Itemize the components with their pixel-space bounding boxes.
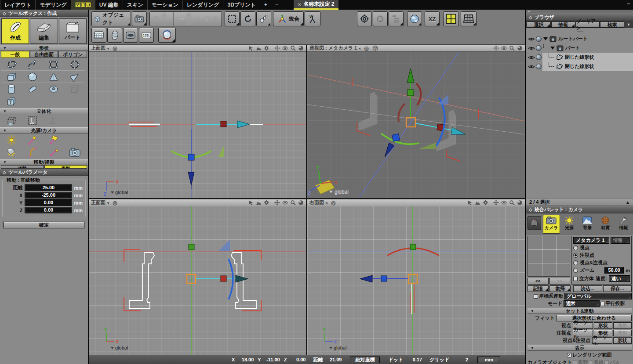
palette-list-toggle-button[interactable] xyxy=(528,216,541,230)
lookat-link-button[interactable]: 連動 xyxy=(613,330,632,336)
tool-spot-light[interactable] xyxy=(22,134,43,146)
mode-create-button[interactable]: 作成 xyxy=(1,18,29,44)
radio-icon[interactable] xyxy=(573,245,578,250)
orbit-icon[interactable] xyxy=(501,200,507,205)
pan-icon[interactable] xyxy=(493,45,499,51)
render-preview-icon[interactable] xyxy=(475,200,480,205)
radio-icon[interactable] xyxy=(573,268,578,273)
shading-icon[interactable] xyxy=(298,45,304,51)
menu-item-3dprint[interactable]: 3Dプリント xyxy=(223,0,260,10)
select-tool-icon[interactable] xyxy=(467,200,473,205)
visibility-eye-icon[interactable] xyxy=(528,55,535,60)
y-field[interactable]: 0.00 xyxy=(25,199,72,206)
tool-open-line[interactable] xyxy=(22,58,43,71)
panel-collapse-icon[interactable]: ◇ xyxy=(529,15,532,20)
render-flag-icon[interactable] xyxy=(535,45,542,51)
workspace-add-button[interactable]: + xyxy=(260,0,271,10)
confirm-button[interactable]: 確定 xyxy=(4,222,84,228)
shading-icon[interactable] xyxy=(517,45,523,51)
section-solid[interactable]: ▼ 立体化 xyxy=(0,108,88,114)
panel-collapse-strip[interactable]: » xyxy=(526,10,633,14)
collapse-triangle-icon[interactable]: ▼ xyxy=(531,309,534,313)
tab-general[interactable]: 一般 xyxy=(1,51,29,58)
pan-icon[interactable] xyxy=(493,200,499,205)
coord-link-checkbox[interactable] xyxy=(534,294,538,299)
four-view-button[interactable] xyxy=(443,11,459,26)
lasso-select-button[interactable] xyxy=(256,11,271,26)
parallel-checkbox[interactable] xyxy=(600,302,605,306)
browser-tab-info[interactable]: 情報 xyxy=(551,22,575,28)
render-preview-icon[interactable] xyxy=(256,200,262,205)
restore-button[interactable]: 復帰 xyxy=(549,285,571,292)
top-view-header[interactable]: 上面図 ◎ xyxy=(89,45,306,52)
shading-icon[interactable] xyxy=(517,200,523,205)
radio-icon[interactable] xyxy=(573,260,578,265)
zoom-tool-icon[interactable] xyxy=(290,45,296,51)
tree-empty-area[interactable] xyxy=(526,71,633,198)
secondary-target-button[interactable] xyxy=(373,11,388,26)
edge-mode-button[interactable]: 稜線 xyxy=(175,12,199,26)
collapse-triangle-icon[interactable]: ▼ xyxy=(531,346,534,350)
radio-lookat[interactable]: 注視点 xyxy=(573,252,630,259)
center-target-button[interactable] xyxy=(357,11,372,26)
next-camera-button[interactable]: >> xyxy=(549,278,571,285)
zoom-tool-icon[interactable] xyxy=(509,200,515,205)
front-view-header[interactable]: 正面図 ◎ xyxy=(89,199,306,206)
tool-uniform-box-disabled[interactable] xyxy=(64,83,85,95)
workspace-remove-button[interactable]: − xyxy=(271,0,282,10)
world-coords-button[interactable] xyxy=(407,11,422,26)
tree-expand-icon[interactable] xyxy=(550,47,555,50)
viewport-target-icon[interactable]: ◎ xyxy=(113,200,117,206)
render-flag-icon[interactable] xyxy=(535,54,542,60)
radio-zoom[interactable]: ズーム 50.00 m xyxy=(573,267,630,274)
path-checkbox[interactable] xyxy=(604,360,609,364)
menu-item-quadview[interactable]: 四面図 xyxy=(71,0,95,10)
radio-icon-selected[interactable] xyxy=(573,253,578,258)
plane-xz-button[interactable]: XZ xyxy=(425,11,440,26)
mode-edit-button[interactable]: 編集 xyxy=(30,18,58,44)
menu-item-rendering[interactable]: レンダリング xyxy=(183,0,224,10)
coord-system-dropdown[interactable]: グローバル xyxy=(564,293,632,299)
tool-rectangle[interactable] xyxy=(43,58,64,71)
section-shape[interactable]: ▼ 形状 xyxy=(0,45,88,51)
tool-box[interactable] xyxy=(1,71,22,83)
vertex-mode-button[interactable]: 頂点 xyxy=(150,12,174,26)
both-cursor-button[interactable]: カーソル xyxy=(592,337,612,344)
perspective-view-canvas[interactable]: Y X Z global xyxy=(307,52,525,198)
tool-tilted-cone[interactable] xyxy=(64,71,85,83)
distance-field[interactable]: 25.00 xyxy=(25,184,72,191)
panel-collapse-icon[interactable]: ◇ xyxy=(3,11,6,16)
orbit-icon[interactable] xyxy=(501,45,507,51)
tab-copy[interactable]: 複製 xyxy=(44,165,87,169)
list-options-button[interactable] xyxy=(389,11,404,26)
palette-tab-camera[interactable]: カメラ xyxy=(543,215,560,234)
scroll-up-icon[interactable]: ▲ xyxy=(626,200,630,205)
tool-point-light[interactable] xyxy=(1,134,22,146)
mode-dropdown[interactable]: 通常 xyxy=(564,300,600,307)
app-menu-icon[interactable]: ≡ xyxy=(627,0,630,10)
tool-circle[interactable] xyxy=(64,58,85,71)
section-set-link[interactable]: ▼ セット&連動 xyxy=(528,308,632,314)
menu-item-skin[interactable]: スキン xyxy=(123,0,148,10)
render-preview-button[interactable] xyxy=(158,28,176,43)
tree-row-part[interactable]: パート xyxy=(526,43,633,53)
viewport-target-icon[interactable]: ◎ xyxy=(113,45,117,51)
x-field[interactable]: -25.00 xyxy=(25,192,72,198)
section-light-camera[interactable]: ▼ 光源/カメラ xyxy=(0,127,88,133)
menu-item-layout[interactable]: レイアウト xyxy=(0,0,36,10)
tool-text[interactable]: T xyxy=(1,95,22,108)
select-tool-icon[interactable] xyxy=(248,45,254,51)
fov-checkbox[interactable] xyxy=(573,360,577,364)
front-view-title-dropdown[interactable]: 正面図 xyxy=(91,199,109,206)
browser-tab-search[interactable]: 検索 xyxy=(600,22,624,28)
tool-ambient-light[interactable] xyxy=(1,146,22,159)
menu-item-modeling[interactable]: モデリング xyxy=(36,0,71,10)
manipulator-mode-button[interactable]: 統合 xyxy=(273,11,304,26)
tool-capsule[interactable] xyxy=(22,83,43,95)
zoom-tool-icon[interactable] xyxy=(290,200,296,205)
close-tab-icon[interactable]: × xyxy=(298,2,301,7)
tool-camera-object[interactable] xyxy=(64,146,85,159)
sightline-checkbox[interactable] xyxy=(589,360,593,364)
right-view-canvas[interactable]: Y Z global xyxy=(307,206,525,355)
zoom-tool-icon[interactable] xyxy=(509,45,515,51)
